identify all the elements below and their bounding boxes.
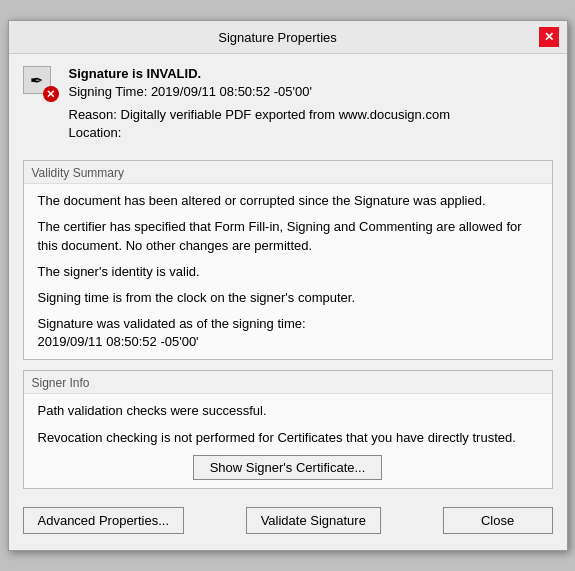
reason-value: Digitally verifiable PDF exported from w…: [121, 107, 450, 122]
validity-summary-body: The document has been altered or corrupt…: [24, 184, 552, 359]
close-icon[interactable]: ✕: [539, 27, 559, 47]
signer-info-body: Path validation checks were successful. …: [24, 394, 552, 487]
show-signers-certificate-button[interactable]: Show Signer's Certificate...: [193, 455, 383, 480]
reason-label: Reason:: [69, 107, 117, 122]
signature-properties-dialog: Signature Properties ✕ ✒ ✕ Signature is …: [8, 20, 568, 551]
reason-line: Reason: Digitally verifiable PDF exporte…: [69, 107, 553, 122]
validity-item-3: The signer's identity is valid.: [38, 263, 538, 281]
footer-buttons: Advanced Properties... Validate Signatur…: [23, 499, 553, 538]
header-section: ✒ ✕ Signature is INVALID. Signing Time: …: [23, 66, 553, 150]
advanced-properties-button[interactable]: Advanced Properties...: [23, 507, 185, 534]
signing-time-label: Signing Time:: [69, 84, 148, 99]
location-label: Location:: [69, 125, 122, 140]
error-badge-icon: ✕: [43, 86, 59, 102]
validate-signature-button[interactable]: Validate Signature: [246, 507, 381, 534]
signer-info-section: Signer Info Path validation checks were …: [23, 370, 553, 488]
dialog-title: Signature Properties: [17, 30, 539, 45]
close-button[interactable]: Close: [443, 507, 553, 534]
title-bar: Signature Properties ✕: [9, 21, 567, 54]
signing-time-line: Signing Time: 2019/09/11 08:50:52 -05'00…: [69, 84, 553, 99]
validity-item-1: The document has been altered or corrupt…: [38, 192, 538, 210]
validity-summary-section: Validity Summary The document has been a…: [23, 160, 553, 360]
header-info: Signature is INVALID. Signing Time: 2019…: [69, 66, 553, 150]
invalid-status: Signature is INVALID.: [69, 66, 553, 81]
cert-button-row: Show Signer's Certificate...: [38, 455, 538, 480]
location-line: Location:: [69, 125, 553, 140]
validity-summary-label: Validity Summary: [24, 161, 552, 184]
signature-icon: ✒ ✕: [23, 66, 59, 102]
dialog-content: ✒ ✕ Signature is INVALID. Signing Time: …: [9, 54, 567, 550]
signer-info-item-2: Revocation checking is not performed for…: [38, 429, 538, 447]
signer-info-label: Signer Info: [24, 371, 552, 394]
validity-item-4: Signing time is from the clock on the si…: [38, 289, 538, 307]
validity-item-5: Signature was validated as of the signin…: [38, 315, 538, 351]
signer-info-item-1: Path validation checks were successful.: [38, 402, 538, 420]
signing-time-value: 2019/09/11 08:50:52 -05'00': [151, 84, 312, 99]
validity-item-2: The certifier has specified that Form Fi…: [38, 218, 538, 254]
